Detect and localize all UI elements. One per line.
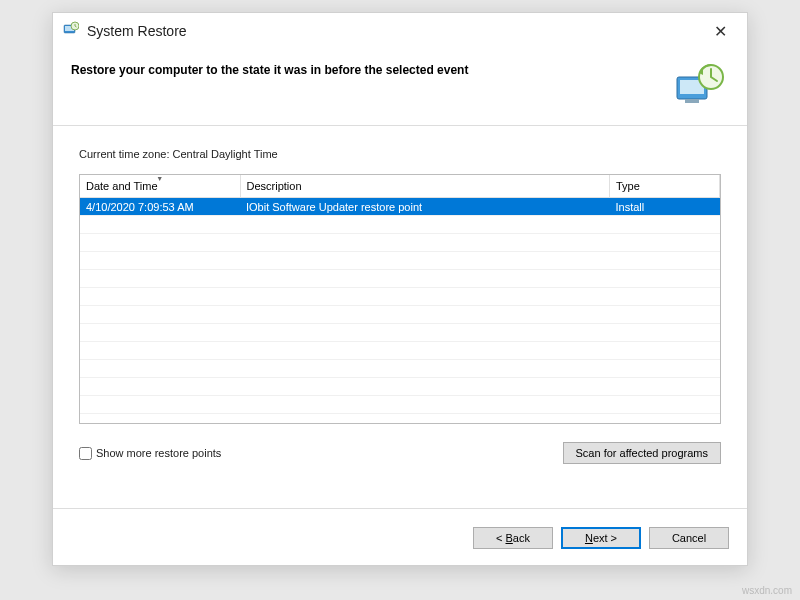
titlebar: System Restore ✕ — [53, 13, 747, 49]
footer-separator — [53, 508, 747, 509]
show-more-checkbox-label[interactable]: Show more restore points — [79, 447, 563, 460]
sort-indicator-icon: ▼ — [156, 175, 163, 182]
next-button[interactable]: Next > — [561, 527, 641, 549]
cell-description: IObit Software Updater restore point — [240, 198, 610, 216]
table-row — [80, 378, 720, 396]
wizard-footer: < Back Next > Cancel — [473, 527, 729, 549]
page-heading: Restore your computer to the state it wa… — [71, 59, 659, 115]
column-type-label: Type — [616, 180, 640, 192]
show-more-text: Show more restore points — [96, 447, 221, 459]
content-area: Current time zone: Central Daylight Time… — [53, 126, 747, 476]
cell-type: Install — [610, 198, 720, 216]
table-row — [80, 360, 720, 378]
restore-points-table[interactable]: ▼ Date and Time Description Type 4/10/20… — [79, 174, 721, 424]
table-row — [80, 324, 720, 342]
header-section: Restore your computer to the state it wa… — [53, 49, 747, 115]
table-row — [80, 306, 720, 324]
show-more-checkbox[interactable] — [79, 447, 92, 460]
restore-hero-icon — [671, 59, 727, 115]
table-row — [80, 234, 720, 252]
table-row[interactable]: 4/10/2020 7:09:53 AM IObit Software Upda… — [80, 198, 720, 216]
table-row — [80, 342, 720, 360]
next-label: Next > — [585, 532, 617, 544]
table-row — [80, 252, 720, 270]
column-description-label: Description — [247, 180, 302, 192]
column-date[interactable]: ▼ Date and Time — [80, 175, 240, 198]
column-description[interactable]: Description — [240, 175, 610, 198]
table-row — [80, 270, 720, 288]
close-icon[interactable]: ✕ — [704, 18, 737, 45]
table-row — [80, 396, 720, 414]
table-row — [80, 216, 720, 234]
system-restore-window: System Restore ✕ Restore your computer t… — [52, 12, 748, 566]
back-button[interactable]: < Back — [473, 527, 553, 549]
scan-affected-button[interactable]: Scan for affected programs — [563, 442, 721, 464]
table-header-row: ▼ Date and Time Description Type — [80, 175, 720, 198]
column-date-label: Date and Time — [86, 180, 158, 192]
cell-date: 4/10/2020 7:09:53 AM — [80, 198, 240, 216]
timezone-label: Current time zone: Central Daylight Time — [79, 148, 721, 160]
cancel-button[interactable]: Cancel — [649, 527, 729, 549]
below-grid-row: Show more restore points Scan for affect… — [79, 442, 721, 464]
watermark: wsxdn.com — [742, 585, 792, 596]
back-label: < Back — [496, 532, 530, 544]
svg-rect-5 — [685, 99, 699, 103]
column-type[interactable]: Type — [610, 175, 720, 198]
scan-affected-label: Scan for affected programs — [576, 447, 708, 459]
cancel-label: Cancel — [672, 532, 706, 544]
table-row — [80, 288, 720, 306]
system-restore-icon — [63, 21, 79, 41]
window-title: System Restore — [87, 23, 704, 39]
